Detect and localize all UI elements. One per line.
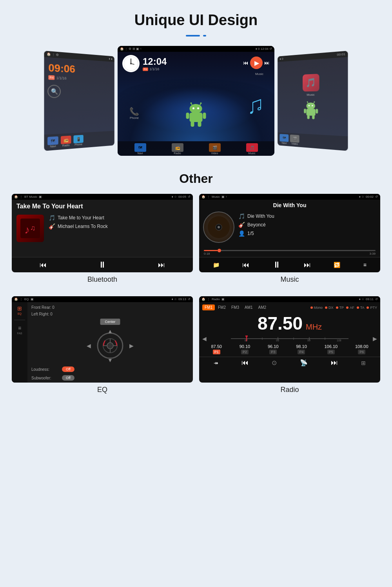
- radio-tabs: FM1 FM2 FM3 AM1 AM2 Mono DX: [199, 302, 380, 312]
- music-status-bar: 🏠⋮ Music ▣ ↑ ♦ ☆ 00:02 ↺: [199, 194, 380, 200]
- eq-arrow-down[interactable]: ▼: [107, 357, 113, 363]
- radio-forward-btn[interactable]: ↠: [214, 360, 218, 366]
- radio-tuner: ◀: [199, 335, 380, 343]
- svg-text:87: 87: [245, 339, 248, 342]
- radio-next-btn[interactable]: ⏭: [331, 359, 338, 367]
- svg-text:♪: ♪: [24, 224, 30, 236]
- radio-preset-p1[interactable]: 87.50 P1: [211, 344, 222, 354]
- unique-ui-section: Unique UI Design: [0, 0, 392, 42]
- title-underline: [186, 31, 206, 38]
- radio-preset-p5[interactable]: 106.10 P5: [325, 344, 338, 354]
- svg-point-34: [218, 226, 220, 228]
- music-repeat-btn[interactable]: 🔁: [334, 262, 340, 268]
- center-status-bar: 🏠 ⋮ ⚙ ⊞ ▣ ↑ ♦ 0 12:04 ↺: [118, 46, 274, 52]
- radio-tab-am1[interactable]: AM1: [242, 304, 255, 310]
- bt-title: Take Me To Your Heart: [12, 200, 193, 211]
- radio-preset-p6[interactable]: 108.00 P6: [355, 344, 368, 354]
- music-title: Die With You: [199, 200, 380, 209]
- bt-album-art: ♪ ♫: [16, 215, 44, 242]
- fab-icon: ≡: [18, 325, 21, 331]
- svg-point-18: [307, 101, 308, 102]
- svg-rect-28: [312, 115, 314, 119]
- music-list-btn[interactable]: ≡: [363, 262, 367, 268]
- left-panel: 🏠 ⋮ ⚙ ♦ ♦ 09:06 Fri 1/1/16 🔍 🗺 Navi: [44, 51, 114, 151]
- eq-label: EQ: [12, 383, 193, 400]
- bt-pause-btn[interactable]: ⏸: [98, 260, 107, 270]
- svg-point-23: [312, 105, 313, 106]
- eq-front-rear-row: Front Rear: 0: [31, 305, 189, 310]
- radio-list-btn[interactable]: ⊞: [361, 360, 366, 366]
- music-artist: Beyoncé: [247, 222, 266, 228]
- eq-sidebar-eq[interactable]: ⊞ EQ: [17, 305, 22, 315]
- radio-preset-p2[interactable]: 90.10 P2: [240, 344, 250, 354]
- left-time: 09:06: [48, 62, 111, 77]
- radio-prev-btn[interactable]: ⏮: [241, 359, 249, 367]
- radio-status-bar: 🏠⋮ Radio ▣ ♦ ☆ 09:11 ↺: [199, 296, 380, 302]
- music-track-info: 🎵 Die With You 🎸 Beyoncé 👤 1/5: [238, 211, 274, 237]
- eq-arrow-right[interactable]: ▶: [129, 343, 134, 349]
- radio-tune-right-btn[interactable]: ▶: [373, 335, 377, 342]
- eq-sidebar: ⊞ EQ ≡ FAB: [12, 302, 27, 383]
- radio-opt-ta: TA: [357, 306, 365, 310]
- music-folder-btn[interactable]: 📁: [213, 262, 220, 268]
- eq-card: 🏠⋮ EQ ▣ ♦ ☆ 09:13 ↺ ⊞ EQ: [12, 296, 193, 400]
- eq-loudness-toggle[interactable]: Off: [62, 366, 74, 372]
- radio-tab-fm3[interactable]: FM3: [229, 304, 241, 310]
- music-progress: 0:18 3:39: [199, 248, 380, 257]
- eq-center-btn[interactable]: Center: [100, 319, 120, 325]
- svg-point-9: [192, 108, 194, 109]
- radio-preset-p4[interactable]: 98.10 P4: [296, 344, 307, 354]
- music-pause-btn[interactable]: ⏸: [272, 260, 281, 270]
- eq-sidebar-fab[interactable]: ≡ FAB: [17, 325, 22, 335]
- radio-tab-am2[interactable]: AM2: [256, 304, 269, 310]
- eq-content: Front Rear: 0 Left Right: 0 Center: [27, 302, 193, 383]
- svg-rect-27: [307, 115, 309, 119]
- svg-rect-13: [203, 113, 206, 119]
- music-next-btn[interactable]: ⏭: [304, 261, 311, 269]
- other-section-header: Other: [0, 164, 392, 190]
- radio-opt-pty: PTY: [367, 306, 377, 310]
- music-track-num: 1/5: [247, 231, 254, 236]
- radio-label: Radio: [199, 383, 380, 400]
- radio-tab-fm1[interactable]: FM1: [202, 304, 215, 310]
- eq-icon: ⊞: [17, 305, 22, 312]
- left-status-right: ♦ ♦: [109, 57, 113, 60]
- radio-opt-dx: DX: [325, 306, 334, 310]
- radio-tune-left-btn[interactable]: ◀: [202, 335, 207, 342]
- radio-tuner-scale: 87 93 99 108: [208, 335, 371, 342]
- bt-controls: ⏮ ⏸ ⏭: [12, 257, 193, 272]
- radio-frequency: 87.50: [258, 313, 303, 334]
- svg-point-22: [308, 105, 309, 106]
- svg-text:108: 108: [337, 339, 341, 342]
- eq-left-right-row: Left Right: 0: [31, 312, 189, 316]
- center-panel: 🏠 ⋮ ⚙ ⊞ ▣ ↑ ♦ 0 12:04 ↺: [118, 46, 274, 156]
- radio-tab-fm2[interactable]: FM2: [216, 304, 228, 310]
- bt-status-bar: 🏠⋮ BT Music ▣ ♦ ☆ 00:05 ↺: [12, 194, 193, 200]
- radio-preset-p3[interactable]: 96.10 P3: [268, 344, 279, 354]
- music-card: 🏠⋮ Music ▣ ↑ ♦ ☆ 00:02 ↺ Die With You: [199, 194, 380, 290]
- radio-opt-mono: Mono: [310, 306, 323, 310]
- eq-status-bar: 🏠⋮ EQ ▣ ♦ ☆ 09:13 ↺: [12, 296, 193, 302]
- svg-point-8: [190, 104, 202, 113]
- eq-screen-card: 🏠⋮ EQ ▣ ♦ ☆ 09:13 ↺ ⊞ EQ: [12, 296, 193, 383]
- eq-status-left: EQ: [24, 297, 29, 301]
- radio-antenna-btn[interactable]: 📡: [300, 359, 308, 366]
- bt-prev-btn[interactable]: ⏮: [40, 261, 47, 269]
- bt-artist: Michael Learns To Rock: [58, 224, 108, 229]
- svg-rect-14: [191, 121, 194, 127]
- eq-arrow-up[interactable]: ▲: [107, 328, 113, 334]
- radio-screen-card: 🏠⋮ Radio ▣ ♦ ☆ 09:11 ↺ FM1 FM2 FM3 AM1: [199, 296, 380, 383]
- music-prev-btn[interactable]: ⏮: [242, 261, 249, 269]
- music-status-right: 00:02: [366, 195, 374, 199]
- svg-text:♫: ♫: [30, 224, 36, 232]
- eq-arrow-left[interactable]: ◀: [87, 343, 91, 349]
- eq-front-rear-label: Front Rear: 0: [31, 305, 59, 310]
- music-time-total: 3:39: [369, 252, 376, 255]
- radio-home-btn[interactable]: ⊙: [272, 359, 277, 366]
- bt-next-btn[interactable]: ⏭: [158, 261, 165, 269]
- svg-rect-12: [186, 113, 189, 119]
- other-title: Other: [0, 171, 392, 186]
- eq-subwoofer-toggle[interactable]: Off: [62, 375, 74, 381]
- radio-presets: 87.50 P1 90.10 P2 96.10 P3 98.10 P4: [199, 343, 380, 356]
- left-date-badge: Fri: [48, 75, 54, 80]
